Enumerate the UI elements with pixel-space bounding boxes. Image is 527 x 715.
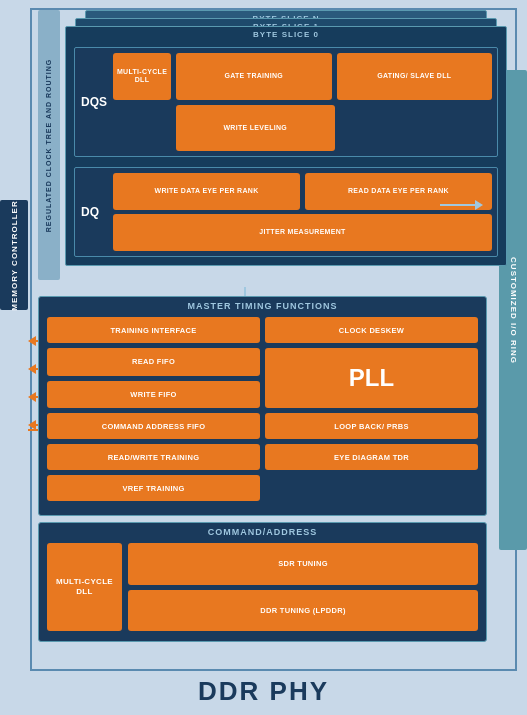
main-container: Memory Controller Customized I/O Ring Re… (0, 0, 527, 715)
loop-back-prbs-btn[interactable]: Loop Back/ PRBS (265, 413, 478, 439)
arrow-top-line (440, 204, 475, 206)
master-timing-title: Master Timing Functions (39, 297, 486, 313)
vref-training-btn[interactable]: Vref Training (47, 475, 260, 501)
write-data-eye-box: Write Data Eye Per Rank (113, 173, 300, 210)
read-fifo-btn[interactable]: Read FIFO (47, 348, 260, 376)
arrowhead-2 (28, 364, 36, 374)
write-fifo-btn[interactable]: Write FIFO (47, 381, 260, 409)
dq-label: DQ (81, 205, 99, 219)
read-write-training-btn[interactable]: Read/Write Training (47, 444, 260, 470)
cmd-inner: Multi-Cycle DLL SDR Tuning DDR Tuning (L… (39, 539, 486, 635)
dqs-top-row: Multi-Cycle DLL Gate Training Gating/ Sl… (113, 53, 492, 100)
pll-box[interactable]: PLL (265, 348, 478, 408)
arrow-top-head (475, 200, 483, 210)
write-leveling-box: Write Leveling (176, 105, 335, 152)
eye-diagram-tdr-btn[interactable]: Eye Diagram TDR (265, 444, 478, 470)
master-timing-section: Master Timing Functions Training Interfa… (38, 296, 487, 516)
clock-tree-label: Regulated Clock Tree and Routing (46, 58, 53, 232)
byte-slices-area: Byte Slice N Byte Slice 1 Byte Slice 0 D… (65, 10, 487, 290)
master-timing-grid: Training Interface Clock Deskew Read FIF… (39, 313, 486, 505)
arrowhead-1 (28, 336, 36, 346)
ddr-phy-label: DDR PHY (0, 676, 527, 707)
arrow-right-top (440, 200, 483, 210)
sdr-tuning-btn[interactable]: SDR Tuning (128, 543, 478, 585)
jitter-measurement-box: Jitter Measurement (113, 214, 492, 251)
dq-inner: Write Data Eye Per Rank Read Data Eye Pe… (113, 173, 492, 251)
dq-bottom-row: Jitter Measurement (113, 214, 492, 251)
dqs-inner: Multi-Cycle DLL Gate Training Gating/ Sl… (113, 53, 492, 151)
dqs-section: DQS Multi-Cycle DLL Gate Training Gating… (74, 47, 498, 157)
command-address-section: Command/Address Multi-Cycle DLL SDR Tuni… (38, 522, 487, 642)
training-interface-btn[interactable]: Training Interface (47, 317, 260, 343)
gate-training-box: Gate Training (176, 53, 332, 100)
dqs-bottom-row: Write Leveling (176, 105, 492, 152)
spacer (340, 105, 493, 152)
byte-slice-0-label: Byte Slice 0 (66, 27, 506, 39)
arrowhead-3 (28, 392, 36, 402)
memory-controller-label: Memory Controller (10, 200, 19, 310)
dq-section: DQ Write Data Eye Per Rank Read Data Eye… (74, 167, 498, 257)
command-address-fifo-btn[interactable]: Command Address FIFO (47, 413, 260, 439)
cmd-multicycle-dll-box[interactable]: Multi-Cycle DLL (47, 543, 122, 631)
command-address-title: Command/Address (39, 523, 486, 539)
multi-cycle-dll-box: Multi-Cycle DLL (113, 53, 171, 100)
clock-tree-box: Regulated Clock Tree and Routing (38, 10, 60, 280)
memory-controller-box: Memory Controller (0, 200, 28, 310)
gating-slave-dll-box: Gating/ Slave DLL (337, 53, 493, 100)
io-ring-label: Customized I/O Ring (509, 257, 518, 364)
byte-slice-0: Byte Slice 0 DQS Multi-Cycle DLL Gate Tr… (65, 26, 507, 266)
dq-top-row: Write Data Eye Per Rank Read Data Eye Pe… (113, 173, 492, 210)
cmd-right: SDR Tuning DDR Tuning (LPDDR) (128, 543, 478, 631)
dqs-label: DQS (81, 95, 107, 109)
clock-deskew-btn[interactable]: Clock Deskew (265, 317, 478, 343)
ddr-tuning-btn[interactable]: DDR Tuning (LPDDR) (128, 590, 478, 632)
